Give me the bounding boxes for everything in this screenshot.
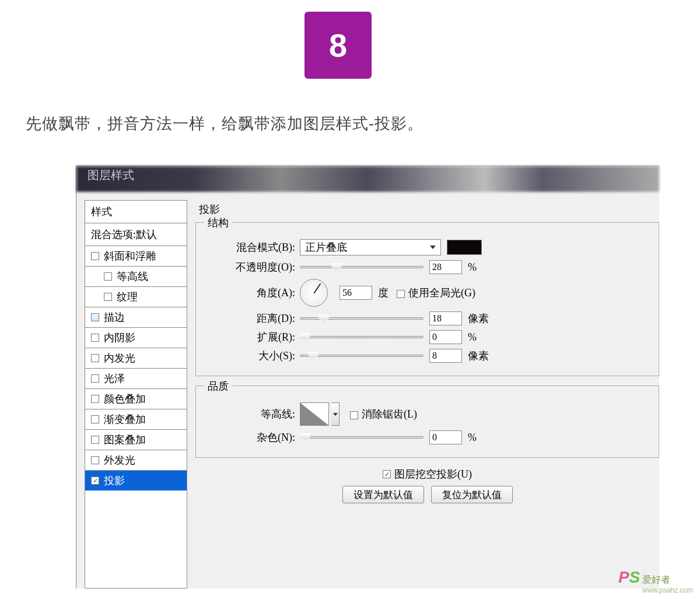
global-light-checkbox[interactable]: [397, 290, 405, 298]
sidebar-item-inner-glow[interactable]: 内发光: [85, 348, 187, 369]
checkbox-icon[interactable]: [91, 395, 99, 403]
blend-mode-label: 混合模式(B):: [204, 240, 295, 254]
watermark-logo: PS: [618, 568, 640, 587]
shadow-color-swatch[interactable]: [447, 240, 482, 255]
knockout-checkbox[interactable]: [383, 470, 391, 478]
blend-mode-dropdown[interactable]: 正片叠底: [300, 239, 441, 255]
sidebar-item-contour[interactable]: 等高线: [85, 267, 187, 287]
checkbox-icon[interactable]: [91, 436, 99, 444]
knockout-label: 图层挖空投影(U): [394, 467, 472, 481]
sidebar-header[interactable]: 样式: [85, 201, 187, 223]
spread-unit: %: [468, 331, 477, 344]
contour-dropdown[interactable]: [331, 402, 340, 426]
structure-group: 结构 混合模式(B): 正片叠底 不透明度(O):: [195, 222, 659, 376]
slider-thumb-icon[interactable]: [300, 433, 310, 440]
slider-thumb-icon[interactable]: [308, 352, 318, 359]
slider-thumb-icon[interactable]: [318, 314, 329, 321]
opacity-label: 不透明度(O):: [204, 260, 295, 274]
dial-needle-icon: [313, 283, 320, 293]
blend-mode-value: 正片叠底: [305, 240, 347, 254]
spread-label: 扩展(R):: [204, 330, 295, 344]
distance-input[interactable]: [429, 311, 462, 325]
titlebar: [76, 166, 659, 192]
dialog-title: 图层样式: [88, 167, 134, 183]
size-slider[interactable]: [300, 350, 424, 362]
sidebar-item-label: 颜色叠加: [104, 392, 146, 406]
watermark-url: www.psahz.com: [642, 586, 693, 594]
sidebar-item-stroke[interactable]: 描边: [85, 307, 187, 328]
sidebar-item-label: 纹理: [117, 290, 138, 304]
angle-unit: 度: [378, 286, 388, 300]
checkbox-icon[interactable]: [91, 374, 99, 383]
distance-slider[interactable]: [300, 313, 424, 324]
contour-shape-icon: [300, 403, 328, 425]
size-unit: 像素: [468, 349, 489, 363]
antialias-label: 消除锯齿(L): [362, 408, 417, 420]
watermark: PS 爱好者 www.psahz.com: [618, 568, 693, 594]
style-sidebar: 样式 混合选项:默认 斜面和浮雕 等高线 纹理 描边 内阴影 内发光 光泽 颜色…: [85, 200, 187, 589]
quality-legend: 品质: [204, 379, 232, 393]
checkbox-icon[interactable]: [91, 456, 99, 464]
set-default-button[interactable]: 设置为默认值: [342, 486, 424, 503]
checkbox-icon[interactable]: [91, 354, 99, 362]
structure-legend: 结构: [204, 216, 232, 230]
size-input[interactable]: [429, 349, 462, 363]
opacity-input[interactable]: [429, 260, 462, 274]
opacity-slider[interactable]: [300, 261, 424, 273]
checkbox-icon[interactable]: [91, 252, 99, 260]
noise-label: 杂色(N):: [204, 430, 295, 444]
sidebar-item-label: 光泽: [104, 372, 125, 386]
sidebar-item-label: 描边: [104, 310, 125, 324]
spread-input[interactable]: [429, 330, 462, 344]
sidebar-blending-options[interactable]: 混合选项:默认: [85, 223, 187, 246]
slider-thumb-icon[interactable]: [331, 263, 342, 270]
sidebar-item-label: 斜面和浮雕: [104, 249, 156, 263]
sidebar-item-gradient-overlay[interactable]: 渐变叠加: [85, 409, 187, 430]
sidebar-item-color-overlay[interactable]: 颜色叠加: [85, 389, 187, 409]
sidebar-item-drop-shadow[interactable]: 投影: [85, 471, 187, 491]
checkbox-icon[interactable]: [91, 415, 99, 423]
checkbox-icon[interactable]: [91, 477, 99, 485]
sidebar-item-texture[interactable]: 纹理: [85, 287, 187, 307]
settings-panel: 投影 结构 混合模式(B): 正片叠底 不透明度(: [187, 200, 659, 589]
step-badge: 8: [304, 12, 372, 79]
sidebar-item-pattern-overlay[interactable]: 图案叠加: [85, 430, 187, 450]
sidebar-item-label: 投影: [104, 474, 125, 488]
slider-thumb-icon[interactable]: [300, 333, 310, 340]
sidebar-item-bevel[interactable]: 斜面和浮雕: [85, 246, 187, 267]
checkbox-icon[interactable]: [91, 313, 99, 321]
angle-label: 角度(A):: [204, 286, 295, 300]
layer-style-dialog: 样式 混合选项:默认 斜面和浮雕 等高线 纹理 描边 内阴影 内发光 光泽 颜色…: [76, 166, 659, 589]
checkbox-icon[interactable]: [104, 293, 112, 301]
antialias-checkbox[interactable]: [350, 411, 358, 419]
sidebar-item-label: 图案叠加: [104, 433, 146, 447]
global-light-label: 使用全局光(G): [408, 287, 475, 299]
distance-label: 距离(D):: [204, 311, 295, 325]
sidebar-item-label: 渐变叠加: [104, 412, 146, 426]
chevron-down-icon: [333, 413, 338, 416]
reset-default-button[interactable]: 复位为默认值: [431, 486, 513, 503]
sidebar-item-label: 内发光: [104, 351, 135, 365]
checkbox-icon[interactable]: [104, 272, 112, 281]
chevron-down-icon: [430, 246, 436, 249]
size-label: 大小(S):: [204, 349, 295, 363]
spread-slider[interactable]: [300, 331, 424, 343]
opacity-unit: %: [468, 261, 477, 274]
noise-unit: %: [468, 432, 477, 444]
angle-dial[interactable]: [300, 279, 328, 307]
noise-input[interactable]: [429, 430, 462, 444]
panel-title: 投影: [195, 202, 659, 216]
distance-unit: 像素: [468, 311, 489, 325]
sidebar-item-label: 内阴影: [104, 331, 135, 345]
sidebar-item-satin[interactable]: 光泽: [85, 369, 187, 389]
sidebar-item-outer-glow[interactable]: 外发光: [85, 450, 187, 471]
watermark-cn: 爱好者: [642, 574, 693, 586]
contour-label: 等高线:: [204, 407, 295, 421]
sidebar-item-inner-shadow[interactable]: 内阴影: [85, 328, 187, 348]
checkbox-icon[interactable]: [91, 334, 99, 342]
angle-input[interactable]: [340, 286, 372, 300]
noise-slider[interactable]: [300, 432, 424, 443]
contour-preview[interactable]: [300, 402, 329, 426]
instruction-text: 先做飘带，拼音方法一样，给飘带添加图层样式-投影。: [26, 113, 424, 134]
quality-group: 品质 等高线: 消除锯齿(L) 杂色(N):: [195, 386, 659, 458]
